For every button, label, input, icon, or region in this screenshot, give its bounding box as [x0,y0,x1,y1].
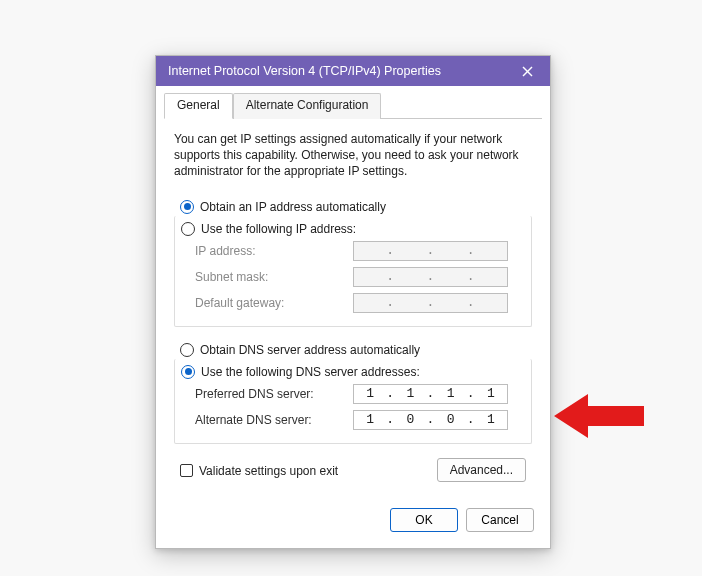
ip-address-label: IP address: [195,244,345,258]
alternate-dns-input[interactable]: 1. 0. 0. 1 [353,410,508,430]
ipv4-properties-dialog: Internet Protocol Version 4 (TCP/IPv4) P… [155,55,551,549]
radio-label: Obtain DNS server address automatically [200,343,420,357]
ip-octet[interactable]: 0 [435,412,467,427]
dns-manual-group: Use the following DNS server addresses: … [174,359,532,444]
ok-button[interactable]: OK [390,508,458,532]
default-gateway-input: ... [353,293,508,313]
ip-octet[interactable]: 1 [475,412,507,427]
cancel-button[interactable]: Cancel [466,508,534,532]
tab-alternate-configuration[interactable]: Alternate Configuration [233,93,382,119]
ip-address-input: ... [353,241,508,261]
tab-general[interactable]: General [164,93,233,119]
dns-group-wrapper: Obtain DNS server address automatically … [174,339,532,444]
validate-settings-checkbox[interactable]: Validate settings upon exit [180,460,346,480]
radio-icon [181,222,195,236]
alternate-dns-label: Alternate DNS server: [195,413,345,427]
close-icon [522,66,533,77]
annotation-arrow-icon [554,388,644,444]
subnet-mask-row: Subnet mask: ... [175,264,531,290]
radio-label: Obtain an IP address automatically [200,200,386,214]
preferred-dns-label: Preferred DNS server: [195,387,345,401]
radio-use-following-dns[interactable]: Use the following DNS server addresses: [175,359,531,381]
radio-icon [180,343,194,357]
ip-address-row: IP address: ... [175,238,531,264]
ip-octet[interactable]: 1 [394,386,426,401]
subnet-mask-label: Subnet mask: [195,270,345,284]
ip-manual-group: Use the following IP address: IP address… [174,216,532,327]
titlebar: Internet Protocol Version 4 (TCP/IPv4) P… [156,56,550,86]
radio-obtain-ip-auto[interactable]: Obtain an IP address automatically [174,196,532,216]
ip-octet[interactable]: 1 [354,386,386,401]
checkbox-icon [180,464,193,477]
radio-icon [180,200,194,214]
footer-row: Validate settings upon exit Advanced... [174,456,532,482]
advanced-button[interactable]: Advanced... [437,458,526,482]
ip-octet[interactable]: 0 [394,412,426,427]
description-text: You can get IP settings assigned automat… [174,131,532,180]
ip-address-group: Obtain an IP address automatically Use t… [174,196,532,327]
radio-use-following-ip[interactable]: Use the following IP address: [175,216,531,238]
radio-label: Use the following IP address: [201,222,356,236]
svg-marker-2 [554,394,644,438]
ip-octet[interactable]: 1 [475,386,507,401]
default-gateway-label: Default gateway: [195,296,345,310]
subnet-mask-input: ... [353,267,508,287]
alternate-dns-row: Alternate DNS server: 1. 0. 0. 1 [175,407,531,433]
close-button[interactable] [514,60,540,82]
radio-label: Use the following DNS server addresses: [201,365,420,379]
preferred-dns-input[interactable]: 1. 1. 1. 1 [353,384,508,404]
ip-octet[interactable]: 1 [435,386,467,401]
ip-octet[interactable]: 1 [354,412,386,427]
default-gateway-row: Default gateway: ... [175,290,531,316]
radio-obtain-dns-auto[interactable]: Obtain DNS server address automatically [174,339,532,359]
preferred-dns-row: Preferred DNS server: 1. 1. 1. 1 [175,381,531,407]
dialog-title: Internet Protocol Version 4 (TCP/IPv4) P… [168,64,441,78]
checkbox-label: Validate settings upon exit [199,464,338,478]
dialog-button-row: OK Cancel [156,494,550,548]
tabstrip: General Alternate Configuration [156,86,550,118]
radio-icon [181,365,195,379]
tab-content-general: You can get IP settings assigned automat… [156,119,550,494]
